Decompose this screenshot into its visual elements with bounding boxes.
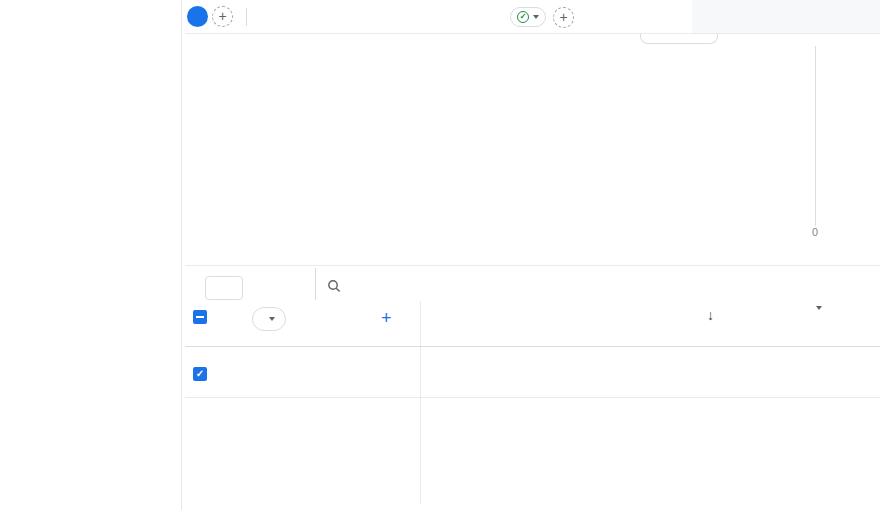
check-circle-icon: ✓ xyxy=(517,11,529,23)
add-icon[interactable]: + xyxy=(553,7,574,28)
column-divider xyxy=(420,301,421,504)
avatar[interactable] xyxy=(187,6,208,27)
top-bar: + ✓ + xyxy=(185,0,880,34)
chevron-down-icon xyxy=(533,15,539,19)
totals-row: ✓ xyxy=(185,346,880,398)
select-all-checkbox[interactable] xyxy=(193,310,207,324)
report-status-dropdown[interactable]: ✓ xyxy=(510,7,546,27)
ga4-report-page: + ✓ + 0 xyxy=(0,0,880,510)
include-in-chart-button[interactable] xyxy=(205,276,243,300)
chevron-down-icon xyxy=(816,306,822,310)
totals-checkbox[interactable]: ✓ xyxy=(193,367,207,381)
divider xyxy=(315,268,316,300)
bar-axis-zero-label: 0 xyxy=(809,226,821,238)
bar-chart-axis xyxy=(815,46,816,226)
search-icon xyxy=(327,279,341,293)
header-right-background xyxy=(692,0,880,33)
charts-panel: 0 xyxy=(185,34,880,265)
chevron-down-icon xyxy=(269,317,275,321)
divider xyxy=(246,8,247,26)
dimension-dropdown[interactable] xyxy=(252,307,286,331)
cutoff-dropdown[interactable] xyxy=(640,34,718,44)
sidebar xyxy=(0,0,182,510)
add-icon[interactable]: + xyxy=(212,6,233,27)
column-header-eventos-clave[interactable] xyxy=(672,305,822,310)
add-dimension-button[interactable]: + xyxy=(381,308,392,329)
table-search[interactable] xyxy=(327,279,349,293)
data-table: + ↓ ✓ xyxy=(185,265,880,510)
line-chart xyxy=(203,45,692,219)
